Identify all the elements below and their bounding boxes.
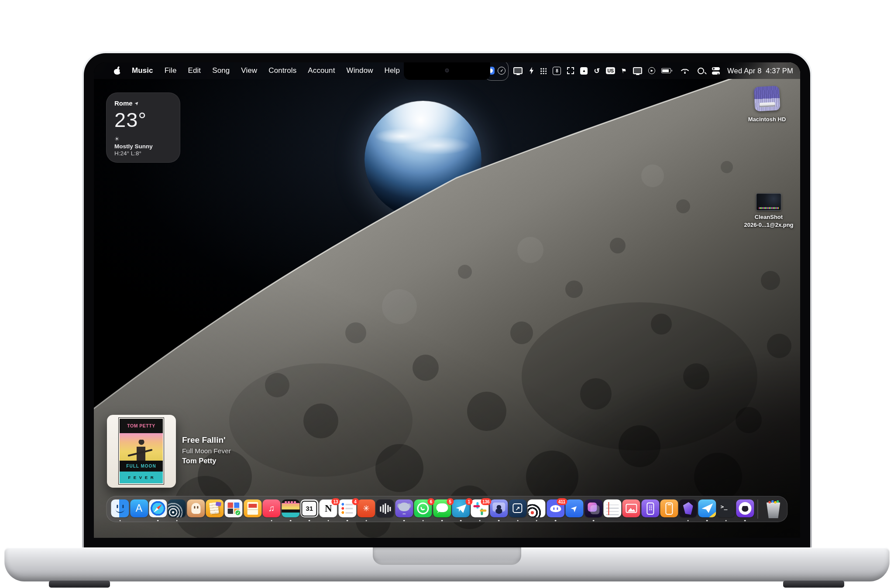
- checkmark-circle-icon: ✓: [498, 67, 505, 75]
- mastodon-app-icon: [395, 499, 413, 517]
- calendar-date-icon[interactable]: 8: [550, 62, 564, 79]
- dock-photos-app[interactable]: [622, 499, 640, 522]
- menu-window[interactable]: Window: [341, 62, 379, 79]
- dock-rss-app[interactable]: [528, 499, 546, 522]
- ghost-app-icon: [187, 499, 205, 517]
- dock-ghost-app[interactable]: [187, 499, 205, 522]
- dock-video-call-app[interactable]: [490, 499, 508, 522]
- menu-file[interactable]: File: [159, 62, 182, 79]
- dock-calendar-app[interactable]: 31: [300, 499, 318, 522]
- screenshot-thumbnail-icon: [756, 193, 781, 211]
- clip-tool-icon[interactable]: ⚑: [618, 62, 630, 79]
- menu-song[interactable]: Song: [206, 62, 235, 79]
- notes-app-icon: [244, 499, 261, 517]
- notification-badge: 136: [481, 498, 492, 505]
- wallpaper-moon-surface: [94, 62, 800, 538]
- menu-controls[interactable]: Controls: [263, 62, 302, 79]
- apple-menu-icon[interactable]: [114, 67, 120, 75]
- input-source-icon[interactable]: US: [603, 62, 619, 79]
- dock-device-app[interactable]: [660, 499, 678, 522]
- spotlight-icon[interactable]: [695, 62, 709, 79]
- weather-temperature: 23°: [114, 108, 172, 132]
- file-label-line2: 2026-0...1@2x.png: [734, 221, 800, 229]
- app-grid-icon[interactable]: [537, 62, 550, 79]
- now-playing-icon[interactable]: ▶: [645, 62, 658, 79]
- album-art: TOM PETTY FULL MOON F E V E R: [120, 419, 163, 483]
- tasks-app-icon: [225, 499, 243, 517]
- hard-drive-icon: [753, 85, 781, 116]
- running-indicator: [365, 520, 367, 522]
- dock-app-store[interactable]: A: [130, 499, 148, 522]
- running-indicator: [290, 520, 292, 522]
- weather-widget[interactable]: Rome ➤ 23° ☀ Mostly Sunny H:24° L:8°: [106, 92, 180, 163]
- dock-signal-app[interactable]: [168, 499, 186, 522]
- app-store-icon: A: [130, 499, 148, 517]
- time-machine-icon[interactable]: ↺: [591, 62, 602, 79]
- control-center-icon[interactable]: [709, 62, 723, 79]
- spark-mail-icon: [698, 499, 716, 517]
- track-artist: Tom Petty: [182, 457, 296, 465]
- desktop-icon-label: Macintosh HD: [739, 116, 795, 123]
- burst-app-icon: ✳: [357, 499, 375, 517]
- dock-obsidian[interactable]: [679, 499, 697, 522]
- screen-mirroring-icon[interactable]: [630, 62, 645, 79]
- macbook-mockup: MusicFileEditSongViewControlsAccountWind…: [0, 0, 894, 588]
- album-art-card[interactable]: TOM PETTY FULL MOON F E V E R: [107, 415, 176, 488]
- dock-whatsapp[interactable]: 6: [414, 499, 432, 522]
- running-indicator: [555, 520, 557, 522]
- dock-shortcuts[interactable]: [585, 499, 602, 522]
- running-indicator: [327, 520, 329, 522]
- battery-icon[interactable]: [658, 62, 675, 79]
- dock-spark-mail[interactable]: [698, 499, 716, 522]
- dock-notion[interactable]: N13: [320, 499, 337, 522]
- menu-help[interactable]: Help: [379, 62, 406, 79]
- menu-music[interactable]: Music: [125, 62, 159, 79]
- dock-reminders[interactable]: 4: [338, 499, 356, 522]
- dock-equalizer-app[interactable]: [376, 499, 394, 522]
- dock-window-app[interactable]: ↗: [509, 499, 526, 522]
- menu-clock[interactable]: Wed Apr 8 4:37 PM: [727, 67, 793, 75]
- menu-edit[interactable]: Edit: [182, 62, 206, 79]
- dock-tasks-app[interactable]: [225, 499, 243, 522]
- dock-terminal[interactable]: >_: [717, 499, 735, 522]
- dock-trash[interactable]: [763, 499, 784, 519]
- album-art-fever-text: F E V E R: [128, 475, 154, 480]
- documents-app-icon: [206, 499, 224, 517]
- running-indicator: [517, 520, 519, 522]
- dock-rocket-app[interactable]: ➤: [566, 499, 584, 522]
- file-label-line1: CleanShot: [734, 213, 800, 221]
- laptop-foot-right: [783, 581, 844, 588]
- wifi-icon[interactable]: [675, 62, 695, 79]
- desktop-icon-macintosh-hd[interactable]: Macintosh HD: [739, 85, 795, 123]
- terminal-icon: >_: [717, 499, 735, 517]
- eject-box-icon[interactable]: ▲: [577, 62, 591, 79]
- energy-icon[interactable]: [526, 62, 537, 79]
- dock-slack[interactable]: 136: [471, 499, 489, 522]
- weather-location: Rome: [114, 99, 133, 107]
- running-indicator: [309, 520, 310, 522]
- dock-documents-app[interactable]: [206, 499, 224, 522]
- dock-github-desktop[interactable]: [736, 499, 754, 522]
- desktop-icon-cleanshot-file[interactable]: CleanShot 2026-0...1@2x.png: [734, 193, 800, 229]
- window-app-icon: ↗: [509, 499, 526, 517]
- menu-view[interactable]: View: [235, 62, 263, 79]
- display-settings-icon[interactable]: [510, 62, 526, 79]
- dock-mini-player[interactable]: [282, 499, 299, 522]
- dock-items: A♫31N134✳651136↗411➤>_: [110, 499, 754, 522]
- dock-apple-music[interactable]: ♫: [263, 499, 281, 522]
- dock-mastodon-app[interactable]: [395, 499, 413, 522]
- dock-messages[interactable]: 5: [433, 499, 451, 522]
- sun-icon: ☀: [114, 136, 172, 142]
- dock-separator: [757, 499, 758, 519]
- dock-notes-app[interactable]: [244, 499, 261, 522]
- notification-badge: 13: [332, 498, 340, 505]
- dock-textedit[interactable]: [603, 499, 621, 522]
- dock-iphone-mirroring[interactable]: [641, 499, 659, 522]
- dock-safari[interactable]: [149, 499, 167, 522]
- dock-finder[interactable]: [111, 499, 129, 522]
- dock-burst-app[interactable]: ✳: [357, 499, 375, 522]
- dock-telegram[interactable]: 1: [452, 499, 470, 522]
- dock-discord[interactable]: 411: [547, 499, 564, 522]
- menu-account[interactable]: Account: [302, 62, 340, 79]
- screen-capture-icon[interactable]: [564, 62, 577, 79]
